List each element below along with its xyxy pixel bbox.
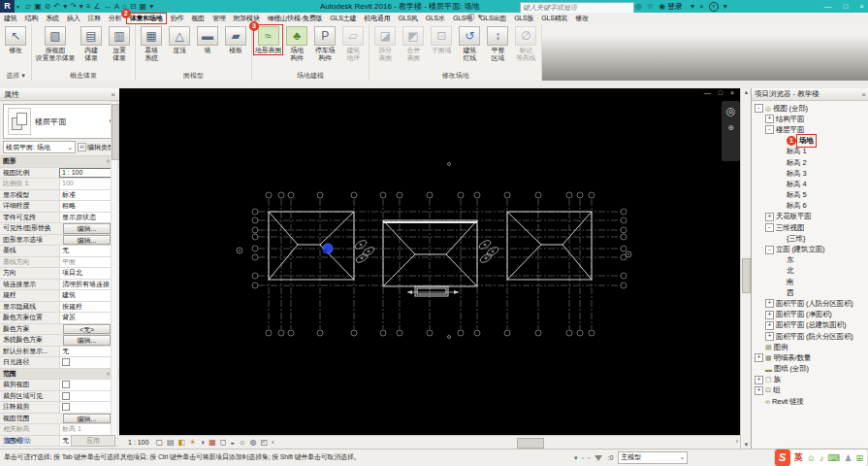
- property-value[interactable]: 项目北: [59, 268, 112, 279]
- text-icon[interactable]: A: [114, 0, 119, 13]
- tree-toggle-icon[interactable]: +: [755, 386, 763, 395]
- browser-floorplan-level5[interactable]: 标高 5: [752, 190, 868, 201]
- view-scale-button[interactable]: 1 : 100: [125, 438, 151, 447]
- tree-toggle-icon[interactable]: +: [765, 332, 774, 341]
- ribbon-button-inplace-mass[interactable]: ▤内建 体量: [78, 25, 105, 62]
- property-value[interactable]: 100: [59, 179, 112, 189]
- horizontal-scrollbar-thumb[interactable]: [517, 438, 544, 449]
- instance-selector[interactable]: 楼层平面: 场地 ⌄: [3, 141, 76, 153]
- tab-insert[interactable]: 插入: [63, 13, 84, 24]
- aligned-dimension-icon[interactable]: ↔: [104, 0, 112, 13]
- tree-toggle-icon[interactable]: +: [755, 353, 763, 362]
- ribbon-button-curtain-system[interactable]: ▦幕墙 系统: [138, 25, 165, 62]
- application-menu-caret-icon[interactable]: ▾: [16, 3, 19, 10]
- browser-area-fire[interactable]: + 面积平面 (防火分区面积): [752, 331, 868, 342]
- property-row[interactable]: 注释裁剪: [0, 402, 119, 414]
- detail-level-icon[interactable]: ▤: [167, 438, 175, 447]
- account-icon[interactable]: ◉: [659, 2, 665, 11]
- property-value[interactable]: 编辑...: [63, 414, 111, 424]
- property-row[interactable]: 系统颜色方案 编辑...: [0, 335, 119, 347]
- application-menu-button[interactable]: R: [0, 0, 15, 13]
- ribbon-button-label-contours[interactable]: ∅标记 等高线: [512, 25, 539, 62]
- signin-dropdown-icon[interactable]: ▾: [691, 2, 694, 11]
- sogou-keyboard-icon[interactable]: ⌨: [827, 453, 840, 463]
- browser-floorplan-level6[interactable]: 标高 6: [752, 201, 868, 212]
- property-row[interactable]: 颜色方案 <无>: [0, 324, 119, 336]
- property-row[interactable]: 相关标高 标高 1: [0, 424, 119, 436]
- browser-views-root[interactable]: - ◎ 视图 (全部): [752, 103, 868, 114]
- browser-area-civil-defense[interactable]: + 面积平面 (人防分区面积): [752, 298, 868, 309]
- property-value[interactable]: 按规程: [59, 302, 112, 313]
- tree-toggle-icon[interactable]: +: [755, 376, 763, 384]
- qat-customize-icon[interactable]: ▾: [149, 0, 153, 13]
- search-input[interactable]: [520, 2, 634, 14]
- sogou-language-toggle[interactable]: 英: [794, 451, 803, 464]
- property-value[interactable]: 背景: [59, 313, 112, 323]
- property-row[interactable]: 裁剪视图: [0, 380, 119, 391]
- browser-floorplan-level4[interactable]: 标高 4: [752, 179, 868, 189]
- property-row[interactable]: 基线 无: [0, 246, 119, 257]
- property-row[interactable]: 颜色方案位置 背景: [0, 313, 119, 324]
- filter-icon[interactable]: [595, 455, 602, 461]
- scale-icon[interactable]: ▢: [155, 438, 163, 447]
- tree-toggle-icon[interactable]: +: [765, 115, 774, 123]
- properties-scrollbar-thumb[interactable]: [112, 104, 119, 160]
- property-value[interactable]: 清理所有墙连接: [59, 280, 112, 290]
- tab-structure[interactable]: 结构: [21, 13, 43, 24]
- property-row[interactable]: 范围: [0, 369, 119, 381]
- workset-select[interactable]: 主模型 ⌄: [618, 451, 688, 464]
- property-row[interactable]: 默认分析显示... 无: [0, 347, 119, 358]
- tab-view[interactable]: 视图: [187, 13, 209, 24]
- browser-area-net[interactable]: + 面积平面 (净面积): [752, 310, 868, 320]
- ribbon-state-icon[interactable]: ◫: [468, 13, 475, 20]
- properties-close-icon[interactable]: ×: [111, 90, 115, 99]
- property-value[interactable]: 无: [59, 246, 112, 256]
- property-row[interactable]: 比例值 1: 100: [0, 179, 119, 190]
- save-icon[interactable]: ▣: [34, 0, 42, 13]
- property-value[interactable]: 粗略: [59, 201, 112, 212]
- properties-scrollbar[interactable]: [111, 101, 118, 439]
- browser-schedules[interactable]: + ▦ 明细表/数量: [752, 352, 868, 363]
- sogou-logo[interactable]: S: [775, 449, 790, 466]
- ribbon-button-place-mass[interactable]: ▥放置 体量: [106, 25, 133, 62]
- property-value[interactable]: 显示原状态: [59, 213, 112, 223]
- property-row[interactable]: 零件可见性 显示原状态: [0, 213, 119, 224]
- property-value[interactable]: 无: [59, 347, 112, 357]
- measure-icon[interactable]: ∠: [94, 0, 101, 13]
- communication-center-icon[interactable]: ☆: [647, 2, 654, 11]
- property-row[interactable]: 可见性/图形替换 编辑...: [0, 223, 119, 235]
- property-value[interactable]: [59, 402, 112, 413]
- print-icon[interactable]: ≡: [86, 0, 91, 13]
- property-value[interactable]: 编辑...: [63, 235, 111, 246]
- exclude-options-icon[interactable]: ▫: [588, 454, 590, 462]
- property-row[interactable]: 基线方向 平面: [0, 257, 119, 269]
- property-value[interactable]: 平面: [59, 257, 112, 268]
- reveal-hidden-icon[interactable]: ☼: [239, 438, 245, 447]
- browser-revit-links[interactable]: ∞ Revit 链接: [752, 396, 868, 407]
- tab-addins[interactable]: 附加模块: [230, 13, 264, 24]
- browser-floorplan-level1[interactable]: 标高 1: [752, 147, 868, 157]
- temporary-view-properties-icon[interactable]: ◍: [250, 438, 257, 447]
- tab-manage[interactable]: 管理: [209, 13, 230, 24]
- browser-elevation-north[interactable]: 北: [752, 266, 868, 277]
- tab-gls-family[interactable]: GLS族: [510, 13, 537, 24]
- browser-groups[interactable]: + ⊡ 组: [752, 385, 868, 396]
- property-value[interactable]: [59, 357, 112, 368]
- browser-sheets[interactable]: ▬ 图纸 (全部): [752, 364, 868, 375]
- tree-toggle-icon[interactable]: -: [765, 246, 774, 254]
- property-row[interactable]: 视图比例 1 : 100: [0, 168, 119, 180]
- property-row[interactable]: 日光路径: [0, 357, 119, 369]
- ribbon-button-subregion[interactable]: ⊡子面域: [428, 25, 455, 54]
- ribbon-button-show-mass-by-view[interactable]: ▧按视图 设置显示体量: [34, 25, 77, 62]
- ribbon-button-toposurface[interactable]: 3≈地形表面: [254, 25, 282, 54]
- sogou-skin-icon[interactable]: ♪: [820, 453, 824, 463]
- tree-toggle-icon[interactable]: -: [755, 104, 763, 113]
- tree-toggle-icon[interactable]: +: [765, 213, 774, 221]
- tab-mep-general[interactable]: 机电通用: [360, 13, 394, 24]
- tab-modify[interactable]: 修改: [571, 13, 593, 24]
- tab-systems[interactable]: 系统: [42, 13, 63, 24]
- browser-area-gross[interactable]: + 面积平面 (总建筑面积): [752, 320, 868, 331]
- tree-toggle-icon[interactable]: +: [765, 311, 774, 319]
- property-row[interactable]: 规程 建筑: [0, 290, 119, 302]
- ribbon-button-modify[interactable]: ↖修改: [2, 25, 29, 54]
